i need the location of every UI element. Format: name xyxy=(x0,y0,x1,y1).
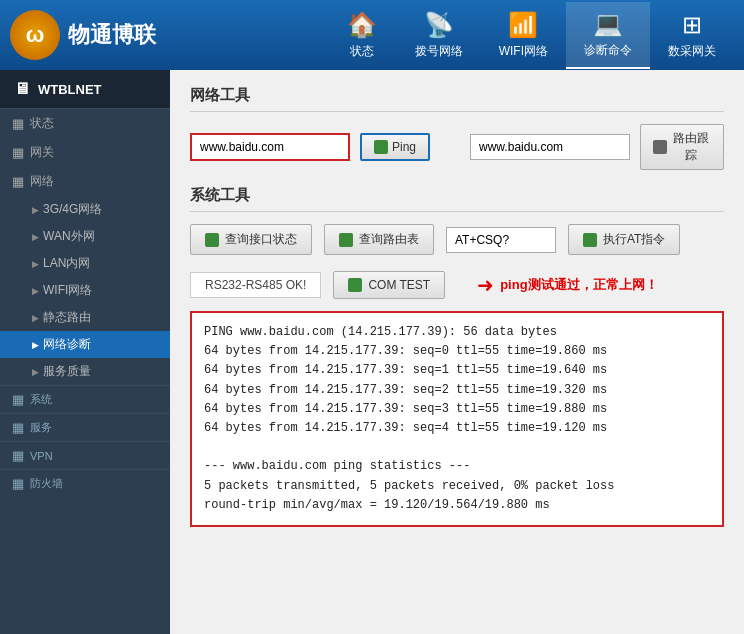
sidebar-fw-icon: ▦ xyxy=(12,476,24,491)
output-line-8: 5 packets transmitted, 5 packets receive… xyxy=(204,477,710,496)
route-input[interactable] xyxy=(470,134,630,160)
com-row: RS232-RS485 OK! COM TEST ➜ ping测试通过，正常上网… xyxy=(190,271,724,299)
exec-at-button[interactable]: 执行AT指令 xyxy=(568,224,680,255)
ping-button-label: Ping xyxy=(392,140,416,154)
terminal-icon: 💻 xyxy=(593,10,623,38)
sidebar-status-label: 状态 xyxy=(30,115,54,132)
sidebar-gateway-icon: ▦ xyxy=(12,145,24,160)
nav-wifi-label: WIFI网络 xyxy=(499,43,548,60)
sidebar-item-wifi[interactable]: ▶ WIFI网络 xyxy=(0,277,170,304)
sidebar-item-system[interactable]: ▦ 系统 xyxy=(0,385,170,413)
sidebar-netdiag-label: 网络诊断 xyxy=(43,336,91,353)
nav-diagnostics[interactable]: 💻 诊断命令 xyxy=(566,2,650,69)
nav-dialup-label: 拨号网络 xyxy=(415,43,463,60)
route-btn-icon xyxy=(653,140,667,154)
arrow-icon-3g: ▶ xyxy=(32,205,39,215)
top-nav: 🏠 状态 📡 拨号网络 📶 WIFI网络 💻 诊断命令 ⊞ 数采网关 xyxy=(180,2,734,69)
sidebar-vpn-icon: ▦ xyxy=(12,448,24,463)
sidebar-3g4g-label: 3G/4G网络 xyxy=(43,201,102,218)
logo-text: 物通博联 xyxy=(68,20,156,50)
nav-gateway[interactable]: ⊞ 数采网关 xyxy=(650,2,734,69)
sidebar: 🖥 WTBLNET ▦ 状态 ▦ 网关 ▦ 网络 ▶ 3G/4G网络 ▶ WAN… xyxy=(0,70,170,634)
sidebar-network-label: 网络 xyxy=(30,173,54,190)
logo-icon: ω xyxy=(10,10,60,60)
sidebar-item-vpn[interactable]: ▦ VPN xyxy=(0,441,170,469)
sidebar-fw-label: 防火墙 xyxy=(30,476,63,491)
sidebar-item-firewall[interactable]: ▦ 防火墙 xyxy=(0,469,170,497)
sidebar-item-wan[interactable]: ▶ WAN外网 xyxy=(0,223,170,250)
sidebar-svc-icon: ▦ xyxy=(12,420,24,435)
arrow-icon-wifi: ▶ xyxy=(32,286,39,296)
arrow-icon-lan: ▶ xyxy=(32,259,39,269)
iface-btn-icon xyxy=(205,233,219,247)
output-line-9: round-trip min/avg/max = 19.120/19.564/1… xyxy=(204,496,710,515)
sidebar-item-3g4g[interactable]: ▶ 3G/4G网络 xyxy=(0,196,170,223)
arrow-icon-static: ▶ xyxy=(32,313,39,323)
route-table-btn-icon xyxy=(339,233,353,247)
nav-diagnostics-label: 诊断命令 xyxy=(584,42,632,59)
ping-btn-icon xyxy=(374,140,388,154)
at-csq-input[interactable] xyxy=(446,227,556,253)
arrow-icon-qos: ▶ xyxy=(32,367,39,377)
rs232-status: RS232-RS485 OK! xyxy=(190,272,321,298)
arrow-icon-wan: ▶ xyxy=(32,232,39,242)
sidebar-svc-label: 服务 xyxy=(30,420,52,435)
arrow-right-icon: ➜ xyxy=(477,273,494,297)
output-line-6 xyxy=(204,438,710,457)
output-line-1: 64 bytes from 14.215.177.39: seq=0 ttl=5… xyxy=(204,342,710,361)
main-content: 网络工具 Ping 路由跟踪 系统工具 查询接口状态 查询路由表 xyxy=(170,70,744,634)
output-line-0: PING www.baidu.com (14.215.177.39): 56 d… xyxy=(204,323,710,342)
monitor-icon: 🖥 xyxy=(14,80,30,98)
sidebar-item-service[interactable]: ▦ 服务 xyxy=(0,413,170,441)
com-test-button[interactable]: COM TEST xyxy=(333,271,445,299)
output-line-7: --- www.baidu.com ping statistics --- xyxy=(204,457,710,476)
sidebar-lan-label: LAN内网 xyxy=(43,255,90,272)
nav-dialup[interactable]: 📡 拨号网络 xyxy=(397,2,481,69)
interface-status-button[interactable]: 查询接口状态 xyxy=(190,224,312,255)
sidebar-wan-label: WAN外网 xyxy=(43,228,95,245)
output-line-5: 64 bytes from 14.215.177.39: seq=4 ttl=5… xyxy=(204,419,710,438)
sidebar-item-gateway[interactable]: ▦ 网关 xyxy=(0,138,170,167)
sidebar-item-network[interactable]: ▦ 网络 xyxy=(0,167,170,196)
arrow-icon-diag: ▶ xyxy=(32,340,39,350)
sidebar-item-net-diag[interactable]: ▶ 网络诊断 xyxy=(0,331,170,358)
sidebar-status-icon: ▦ xyxy=(12,116,24,131)
sidebar-item-qos[interactable]: ▶ 服务质量 xyxy=(0,358,170,385)
route-trace-label: 路由跟踪 xyxy=(671,130,711,164)
output-line-2: 64 bytes from 14.215.177.39: seq=1 ttl=5… xyxy=(204,361,710,380)
sidebar-item-static-route[interactable]: ▶ 静态路由 xyxy=(0,304,170,331)
ping-row: Ping 路由跟踪 xyxy=(190,124,724,170)
sidebar-wifi-label: WIFI网络 xyxy=(43,282,92,299)
logo-area: ω 物通博联 xyxy=(10,10,180,60)
sidebar-sys-label: 系统 xyxy=(30,392,52,407)
route-table-button[interactable]: 查询路由表 xyxy=(324,224,434,255)
interface-status-label: 查询接口状态 xyxy=(225,231,297,248)
output-line-4: 64 bytes from 14.215.177.39: seq=3 ttl=5… xyxy=(204,400,710,419)
sidebar-qos-label: 服务质量 xyxy=(43,363,91,380)
sidebar-item-lan[interactable]: ▶ LAN内网 xyxy=(0,250,170,277)
nav-wifi[interactable]: 📶 WIFI网络 xyxy=(481,2,566,69)
sidebar-network-icon: ▦ xyxy=(12,174,24,189)
sidebar-vpn-label: VPN xyxy=(30,450,53,462)
ping-input[interactable] xyxy=(190,133,350,161)
route-table-label: 查询路由表 xyxy=(359,231,419,248)
sidebar-static-label: 静态路由 xyxy=(43,309,91,326)
ping-success-message: ping测试通过，正常上网！ xyxy=(500,276,657,294)
exec-at-btn-icon xyxy=(583,233,597,247)
com-test-icon xyxy=(348,278,362,292)
system-tools-row: 查询接口状态 查询路由表 执行AT指令 xyxy=(190,224,724,255)
sidebar-header-label: WTBLNET xyxy=(38,82,102,97)
route-trace-button[interactable]: 路由跟踪 xyxy=(640,124,724,170)
home-icon: 🏠 xyxy=(347,11,377,39)
exec-at-label: 执行AT指令 xyxy=(603,231,665,248)
sidebar-item-status[interactable]: ▦ 状态 xyxy=(0,109,170,138)
ping-button[interactable]: Ping xyxy=(360,133,430,161)
com-test-label: COM TEST xyxy=(368,278,430,292)
output-line-3: 64 bytes from 14.215.177.39: seq=2 ttl=5… xyxy=(204,381,710,400)
layout: 🖥 WTBLNET ▦ 状态 ▦ 网关 ▦ 网络 ▶ 3G/4G网络 ▶ WAN… xyxy=(0,70,744,634)
nav-gateway-label: 数采网关 xyxy=(668,43,716,60)
gateway-icon: ⊞ xyxy=(682,11,702,39)
wifi-icon: 📶 xyxy=(508,11,538,39)
nav-status[interactable]: 🏠 状态 xyxy=(327,2,397,69)
header: ω 物通博联 🏠 状态 📡 拨号网络 📶 WIFI网络 💻 诊断命令 ⊞ 数采网… xyxy=(0,0,744,70)
